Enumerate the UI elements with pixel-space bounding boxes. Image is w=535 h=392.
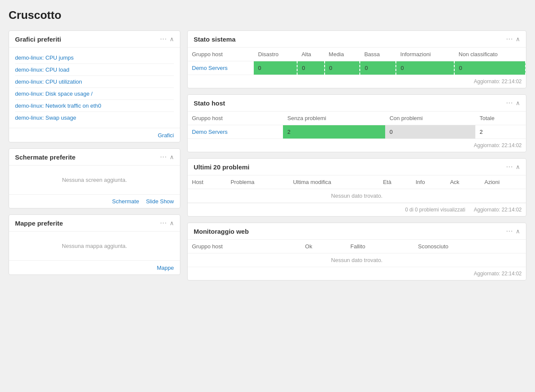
prob-col-ultima-modifica: Ultima modifica: [289, 175, 378, 189]
sistema-informazioni-0: 0: [396, 61, 454, 75]
monitoraggio-web-table: Gruppo host Ok Fallito Sconosciuto Nessu…: [188, 240, 526, 267]
stato-sistema-row-0: Demo Servers 0 0 0 0 0 0: [188, 61, 526, 75]
host-gruppo-0[interactable]: Demo Servers: [188, 125, 283, 139]
right-column: Stato sistema ··· ∧ Gruppo host Disastro…: [187, 30, 526, 280]
prob-col-info: Info: [411, 175, 446, 189]
ultimi-problemi-card: Ultimi 20 problemi ··· ∧ Host Problema U…: [187, 158, 526, 217]
monitoraggio-web-header: Monitoraggio web ··· ∧: [188, 223, 526, 240]
schermate-footer-link[interactable]: Schermate: [112, 198, 139, 205]
mappe-footer: Mappe: [9, 260, 180, 274]
schermate-footer: Schermate Slide Show: [9, 194, 180, 208]
stato-sistema-updated: Aggiornato: 22:14:02: [188, 75, 526, 88]
stato-sistema-header: Stato sistema ··· ∧: [188, 31, 526, 48]
mappe-empty: Nessuna mappa aggiunta.: [15, 236, 174, 256]
left-column: Grafici preferiti ··· ∧ demo-linux: CPU …: [9, 30, 180, 275]
schermate-body: Nessuna screen aggiunta.: [9, 166, 180, 194]
monitoraggio-web-table-container: Gruppo host Ok Fallito Sconosciuto Nessu…: [188, 240, 526, 280]
grafici-link-0[interactable]: demo-linux: CPU jumps: [15, 52, 174, 64]
schermate-collapse-icon[interactable]: ∧: [170, 154, 174, 160]
stato-sistema-card: Stato sistema ··· ∧ Gruppo host Disastro…: [187, 30, 526, 88]
schermate-card: Schermate preferite ··· ∧ Nessuna screen…: [9, 148, 180, 208]
ultimi-problemi-table: Host Problema Ultima modifica Età Info A…: [188, 175, 526, 203]
stato-host-collapse-icon[interactable]: ∧: [516, 100, 520, 106]
grafici-title: Grafici preferiti: [15, 36, 61, 43]
problemi-header-row: Host Problema Ultima modifica Età Info A…: [188, 175, 526, 189]
grafici-footer-link[interactable]: Grafici: [158, 132, 174, 139]
host-totale-0: 2: [475, 125, 526, 139]
col-media: Media: [325, 48, 360, 61]
monitoraggio-web-updated: Aggiornato: 22:14:02: [188, 267, 526, 280]
stato-sistema-table: Gruppo host Disastro Alta Media Bassa In…: [188, 48, 526, 75]
sistema-non-classificato-0: 0: [454, 61, 526, 75]
col-disastro: Disastro: [254, 48, 297, 61]
grafici-collapse-icon[interactable]: ∧: [170, 36, 174, 42]
problemi-updated: Aggiornato: 22:14:02: [474, 207, 522, 213]
problemi-empty-text: Nessun dato trovato.: [188, 189, 526, 203]
monitoraggio-web-actions: ··· ∧: [506, 227, 520, 235]
mappe-footer-link[interactable]: Mappe: [157, 265, 174, 271]
prob-col-ack: Ack: [446, 175, 480, 189]
grafici-menu-icon[interactable]: ···: [160, 35, 167, 43]
web-header-row: Gruppo host Ok Fallito Sconosciuto: [188, 240, 526, 253]
stato-sistema-table-container: Gruppo host Disastro Alta Media Bassa In…: [188, 48, 526, 88]
sistema-media-0: 0: [325, 61, 360, 75]
grafici-card: Grafici preferiti ··· ∧ demo-linux: CPU …: [9, 30, 180, 142]
host-col-senza-problemi: Senza problemi: [283, 112, 385, 125]
stato-sistema-menu-icon[interactable]: ···: [506, 35, 513, 43]
col-alta: Alta: [297, 48, 324, 61]
web-col-fallito: Fallito: [346, 240, 413, 253]
grafici-footer: Grafici: [9, 128, 180, 142]
host-col-con-problemi: Con problemi: [385, 112, 475, 125]
grafici-link-4[interactable]: demo-linux: Network traffic on eth0: [15, 100, 174, 112]
grafici-link-3[interactable]: demo-linux: Disk space usage /: [15, 88, 174, 100]
main-layout: Grafici preferiti ··· ∧ demo-linux: CPU …: [9, 30, 526, 280]
web-col-sconosciuto: Sconosciuto: [413, 240, 526, 253]
prob-col-problema: Problema: [226, 175, 289, 189]
problemi-count: 0 di 0 problemi visualizzati: [405, 207, 465, 213]
monitoraggio-web-title: Monitoraggio web: [194, 228, 249, 235]
ultimi-problemi-header: Ultimi 20 problemi ··· ∧: [188, 159, 526, 175]
host-col-gruppo: Gruppo host: [188, 112, 283, 125]
grafici-link-2[interactable]: demo-linux: CPU utilization: [15, 76, 174, 88]
grafici-body: demo-linux: CPU jumps demo-linux: CPU lo…: [9, 48, 180, 128]
stato-host-menu-icon[interactable]: ···: [506, 99, 513, 107]
mappe-card: Mappe preferite ··· ∧ Nessuna mappa aggi…: [9, 214, 180, 275]
monitoraggio-web-collapse-icon[interactable]: ∧: [516, 228, 520, 235]
prob-col-azioni: Azioni: [480, 175, 526, 189]
grafici-link-1[interactable]: demo-linux: CPU load: [15, 64, 174, 76]
ultimi-problemi-menu-icon[interactable]: ···: [506, 163, 513, 171]
sistema-gruppo-0[interactable]: Demo Servers: [188, 61, 254, 75]
schermate-empty: Nessuna screen aggiunta.: [15, 170, 174, 190]
stato-sistema-actions: ··· ∧: [506, 35, 520, 43]
host-col-totale: Totale: [475, 112, 526, 125]
mappe-collapse-icon[interactable]: ∧: [170, 220, 174, 226]
stato-sistema-title: Stato sistema: [194, 36, 236, 43]
host-con-problemi-0: 0: [385, 125, 475, 139]
slide-show-link[interactable]: Slide Show: [146, 198, 174, 205]
col-gruppo-host: Gruppo host: [188, 48, 254, 61]
ultimi-problemi-collapse-icon[interactable]: ∧: [516, 163, 520, 170]
grafici-link-5[interactable]: demo-linux: Swap usage: [15, 112, 174, 124]
mappe-body: Nessuna mappa aggiunta.: [9, 232, 180, 260]
schermate-header: Schermate preferite ··· ∧: [9, 149, 180, 166]
stato-host-updated: Aggiornato: 22:14:02: [188, 139, 526, 152]
mappe-title: Mappe preferite: [15, 220, 63, 227]
col-non-classificato: Non classificato: [454, 48, 526, 61]
problemi-footer: 0 di 0 problemi visualizzati Aggiornato:…: [188, 203, 526, 216]
monitoraggio-web-card: Monitoraggio web ··· ∧ Gruppo host Ok Fa…: [187, 223, 526, 280]
stato-host-actions: ··· ∧: [506, 99, 520, 107]
web-empty-row: Nessun dato trovato.: [188, 253, 526, 267]
stato-host-table: Gruppo host Senza problemi Con problemi …: [188, 112, 526, 139]
schermate-menu-icon[interactable]: ···: [160, 153, 167, 161]
monitoraggio-web-menu-icon[interactable]: ···: [506, 227, 513, 235]
prob-col-eta: Età: [379, 175, 411, 189]
sistema-bassa-0: 0: [360, 61, 396, 75]
grafici-header: Grafici preferiti ··· ∧: [9, 31, 180, 48]
ultimi-problemi-table-container: Host Problema Ultima modifica Età Info A…: [188, 175, 526, 216]
stato-host-row-0: Demo Servers 2 0 2: [188, 125, 526, 139]
stato-sistema-collapse-icon[interactable]: ∧: [516, 36, 520, 42]
schermate-actions: ··· ∧: [160, 153, 174, 161]
stato-host-header: Stato host ··· ∧: [188, 95, 526, 112]
mappe-menu-icon[interactable]: ···: [160, 219, 167, 227]
mappe-header: Mappe preferite ··· ∧: [9, 215, 180, 232]
